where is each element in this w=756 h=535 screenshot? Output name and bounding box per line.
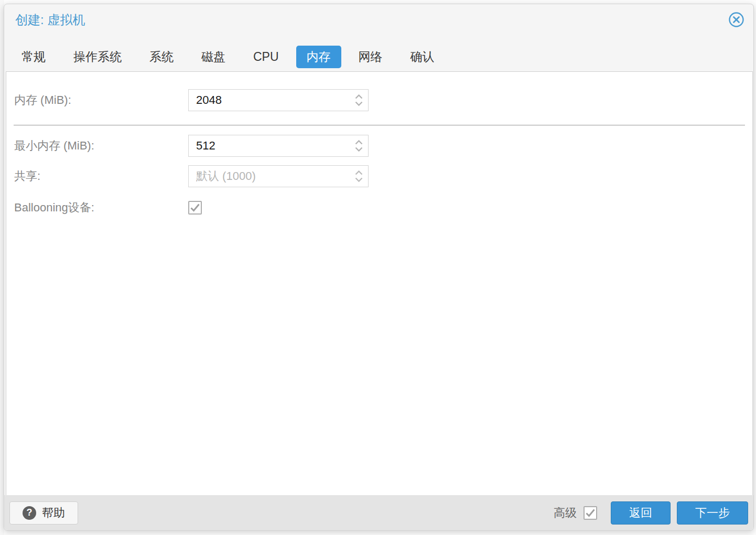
question-circle-icon: ?	[23, 506, 36, 520]
memory-spinner	[188, 89, 369, 111]
shares-row: 共享:	[6, 165, 752, 187]
tab-network[interactable]: 网络	[348, 46, 393, 68]
memory-form-panel: 内存 (MiB): 最小内存 (MiB): 共享	[6, 71, 753, 496]
advanced-label: 高级	[554, 505, 577, 521]
dialog-title: 创建: 虚拟机	[15, 12, 85, 28]
ballooning-row: Ballooning设备:	[6, 196, 752, 220]
checkmark-icon	[189, 202, 201, 213]
help-button-label: 帮助	[42, 505, 65, 521]
shares-label: 共享:	[14, 168, 40, 184]
spinner-up-icon[interactable]	[355, 140, 363, 145]
tab-memory[interactable]: 内存	[296, 46, 341, 68]
create-vm-dialog: 创建: 虚拟机 常规 操作系统 系统 磁盘 CPU 内存 网络 确认 内存 (M…	[4, 4, 754, 531]
advanced-group: 高级	[554, 505, 597, 521]
spinner-down-icon[interactable]	[355, 147, 363, 152]
tab-disks[interactable]: 磁盘	[191, 46, 236, 68]
memory-row: 内存 (MiB):	[6, 89, 752, 111]
memory-spin-buttons	[355, 90, 363, 111]
min-memory-label: 最小内存 (MiB):	[14, 138, 94, 154]
min-memory-spin-buttons	[355, 135, 363, 156]
help-button[interactable]: ? 帮助	[9, 501, 78, 525]
tab-os[interactable]: 操作系统	[63, 46, 132, 68]
back-button[interactable]: 返回	[611, 501, 671, 525]
wizard-tab-bar: 常规 操作系统 系统 磁盘 CPU 内存 网络 确认	[11, 46, 452, 68]
tab-system[interactable]: 系统	[139, 46, 184, 68]
dialog-footer: ? 帮助 高级 返回 下一步	[4, 495, 753, 530]
spinner-down-icon[interactable]	[355, 101, 363, 106]
memory-input[interactable]	[189, 90, 336, 111]
shares-spinner	[188, 165, 369, 187]
shares-input	[189, 166, 336, 187]
tab-cpu[interactable]: CPU	[243, 46, 289, 68]
shares-spin-buttons	[355, 166, 363, 187]
close-icon[interactable]	[728, 11, 744, 28]
ballooning-checkbox[interactable]	[188, 201, 202, 215]
ballooning-label: Ballooning设备:	[14, 200, 94, 216]
memory-label: 内存 (MiB):	[14, 92, 71, 108]
tab-general[interactable]: 常规	[11, 46, 56, 68]
next-button[interactable]: 下一步	[677, 501, 748, 525]
min-memory-input[interactable]	[189, 135, 336, 156]
advanced-checkbox[interactable]	[584, 506, 597, 520]
tab-confirm[interactable]: 确认	[400, 46, 445, 68]
spinner-down-icon	[355, 177, 363, 182]
min-memory-spinner	[188, 135, 369, 157]
spinner-up-icon	[355, 170, 363, 175]
section-divider	[14, 125, 745, 126]
min-memory-row: 最小内存 (MiB):	[6, 135, 752, 157]
spinner-up-icon[interactable]	[355, 94, 363, 99]
checkmark-icon	[585, 507, 596, 519]
